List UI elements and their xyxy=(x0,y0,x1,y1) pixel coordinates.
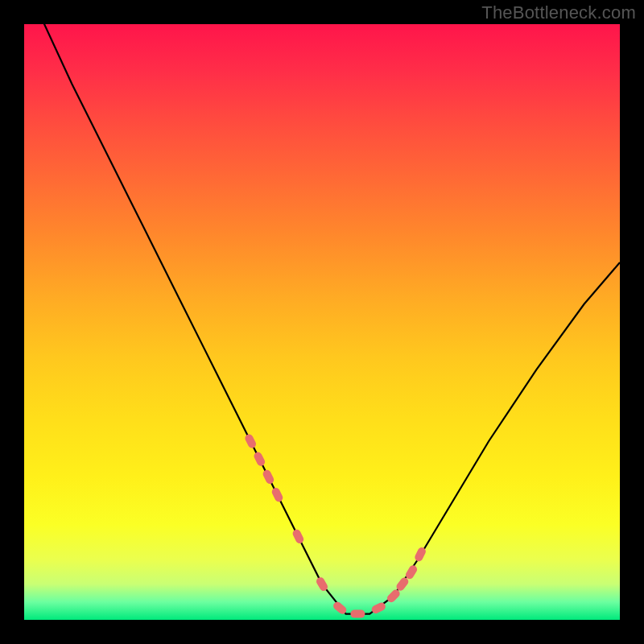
bottleneck-curve xyxy=(36,24,620,614)
plot-area xyxy=(24,24,620,620)
marker-dot xyxy=(253,451,266,468)
marker-dot xyxy=(291,528,305,545)
marker-dot xyxy=(350,610,365,618)
marker-group xyxy=(244,433,427,618)
watermark-text: TheBottleneck.com xyxy=(481,2,636,23)
curve-svg xyxy=(24,24,620,620)
chart-frame: TheBottleneck.com xyxy=(0,0,644,644)
marker-dot xyxy=(244,433,258,450)
marker-dot xyxy=(262,469,275,485)
marker-dot xyxy=(270,486,284,503)
